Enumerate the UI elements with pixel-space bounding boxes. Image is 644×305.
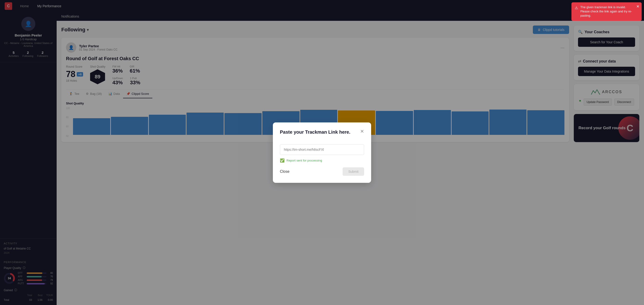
modal-close-button[interactable]: Close	[280, 170, 290, 174]
modal-footer: Close Submit	[280, 167, 364, 176]
modal-title: Paste your Trackman Link here.	[280, 130, 350, 135]
success-text: Report sent for processing	[286, 159, 322, 162]
warning-icon: ⚠	[575, 6, 578, 10]
modal-submit-button[interactable]: Submit	[342, 167, 364, 176]
toast-message: The given trackman link is invalid. Plea…	[580, 5, 632, 18]
error-toast: ⚠ The given trackman link is invalid. Pl…	[572, 2, 642, 21]
trackman-link-input[interactable]	[280, 144, 364, 155]
modal-overlay[interactable]: Paste your Trackman Link here. ✕ ✅ Repor…	[0, 0, 644, 305]
success-check-icon: ✅	[280, 158, 284, 163]
trackman-modal: Paste your Trackman Link here. ✕ ✅ Repor…	[273, 122, 371, 183]
toast-close-button[interactable]: ✕	[636, 4, 639, 9]
modal-close-x-button[interactable]: ✕	[360, 128, 364, 134]
modal-success-message: ✅ Report sent for processing	[280, 158, 364, 163]
modal-header: Paste your Trackman Link here. ✕	[280, 130, 364, 140]
